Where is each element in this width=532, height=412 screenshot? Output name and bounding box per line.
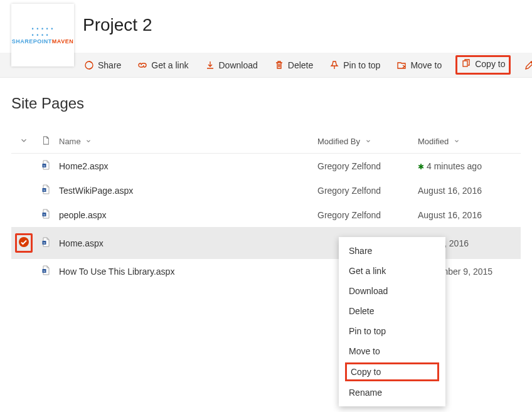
modified-header[interactable]: Modified — [414, 130, 521, 154]
library-title: Site Pages — [11, 95, 521, 112]
type-header[interactable] — [36, 130, 55, 154]
site-title[interactable]: Project 2 — [83, 15, 152, 35]
file-type-cell: s — [36, 154, 55, 179]
modified-by-cell[interactable]: Gregory Zelfond — [314, 154, 414, 179]
row-selector[interactable] — [11, 259, 36, 283]
row-selector[interactable] — [11, 227, 36, 259]
modified-text: 4 minutes ago — [427, 161, 482, 171]
context-menu: ShareGet a linkDownloadDeletePin to topM… — [339, 237, 445, 283]
file-icon — [41, 136, 50, 145]
delete-button[interactable]: Delete — [272, 58, 316, 73]
file-name-cell[interactable]: people.aspx — [55, 203, 314, 227]
page-content: Site Pages Name Modified By M — [0, 67, 532, 283]
modified-cell: ✱4 minutes ago — [414, 154, 521, 179]
logo-decoration: • • • • •• • • • — [32, 26, 54, 38]
chevron-down-icon — [85, 137, 92, 146]
pencil-icon — [524, 60, 532, 70]
get-link-button[interactable]: Get a link — [135, 58, 191, 73]
modified-cell: August 16, 2016 — [414, 203, 521, 227]
svg-point-8 — [19, 237, 29, 247]
copy-to-highlight: Copy to — [455, 55, 511, 75]
share-label: Share — [98, 60, 121, 70]
copy-button[interactable]: Copy to — [461, 59, 505, 69]
file-type-cell: s — [36, 227, 55, 259]
modified-cell: August 16, 2016 — [414, 178, 521, 203]
delete-label: Delete — [288, 60, 313, 70]
copy-icon — [461, 59, 471, 69]
modified-text: August 16, 2016 — [418, 210, 482, 220]
selection-highlight — [15, 233, 33, 253]
chevron-down-icon — [19, 136, 28, 145]
header-row: Name Modified By Modified — [11, 130, 521, 154]
command-bar: Share Get a link Download Delete Pin to … — [0, 53, 532, 78]
aspx-file-icon: s — [41, 265, 51, 275]
share-button[interactable]: Share — [82, 58, 124, 73]
share-icon — [84, 60, 94, 70]
aspx-file-icon: s — [41, 184, 51, 194]
download-label: Download — [219, 60, 258, 70]
modified-by-header[interactable]: Modified By — [314, 130, 414, 154]
trash-icon — [274, 60, 284, 70]
row-selector[interactable] — [11, 178, 36, 203]
copy-label: Copy to — [475, 59, 505, 69]
table-row[interactable]: sTestWikiPage.aspxGregory ZelfondAugust … — [11, 178, 521, 203]
site-logo[interactable]: • • • • •• • • • SHAREPOINTMAVEN — [11, 4, 74, 66]
row-selector[interactable] — [11, 203, 36, 227]
pin-label: Pin to top — [343, 60, 380, 70]
name-header-label: Name — [59, 137, 81, 146]
move-icon — [396, 60, 407, 70]
pin-button[interactable]: Pin to top — [327, 58, 383, 73]
modified-text: August 16, 2016 — [418, 186, 482, 196]
aspx-file-icon: s — [41, 237, 51, 247]
get-link-label: Get a link — [151, 60, 188, 70]
modified-by-cell[interactable]: Gregory Zelfond — [314, 178, 414, 203]
checkmark-selected-icon — [18, 236, 29, 250]
chevron-down-icon — [365, 137, 371, 146]
file-name-cell[interactable]: How To Use This Library.aspx — [55, 259, 314, 283]
file-name-cell[interactable]: TestWikiPage.aspx — [55, 178, 314, 203]
name-header[interactable]: Name — [55, 130, 314, 154]
chevron-down-icon — [454, 137, 460, 146]
file-name-cell[interactable]: Home2.aspx — [55, 154, 314, 179]
download-button[interactable]: Download — [203, 58, 260, 73]
move-label: Move to — [410, 60, 442, 70]
table-row[interactable]: speople.aspxGregory ZelfondAugust 16, 20… — [11, 203, 521, 227]
aspx-file-icon: s — [41, 160, 51, 170]
file-type-cell: s — [36, 259, 55, 283]
select-all-header[interactable] — [11, 130, 36, 154]
logo-text: SHAREPOINTMAVEN — [12, 38, 73, 45]
pin-icon — [329, 60, 339, 70]
new-indicator-icon: ✱ — [418, 162, 424, 171]
file-type-cell: s — [36, 203, 55, 227]
rename-button-partial[interactable]: R — [522, 58, 532, 73]
download-icon — [205, 60, 215, 70]
row-selector[interactable] — [11, 154, 36, 179]
file-type-cell: s — [36, 178, 55, 203]
modified-by-cell[interactable]: Gregory Zelfond — [314, 203, 414, 227]
modified-by-header-label: Modified By — [317, 137, 360, 146]
aspx-file-icon: s — [41, 209, 51, 219]
svg-rect-1 — [463, 61, 467, 66]
context-menu-item[interactable]: Share — [339, 241, 445, 261]
file-name-cell[interactable]: Home.aspx — [55, 227, 314, 259]
modified-header-label: Modified — [418, 137, 449, 146]
move-button[interactable]: Move to — [394, 58, 444, 73]
link-icon — [137, 60, 147, 70]
context-menu-item[interactable]: Download — [339, 281, 445, 283]
table-row[interactable]: sHome2.aspxGregory Zelfond✱4 minutes ago — [11, 154, 521, 179]
context-menu-item[interactable]: Get a link — [339, 261, 445, 281]
